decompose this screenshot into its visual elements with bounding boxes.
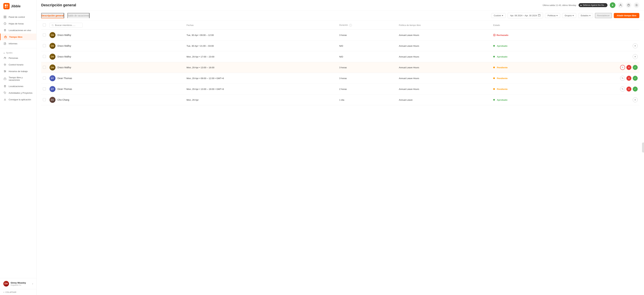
approve-button[interactable]: ✓ — [633, 86, 638, 92]
sidebar-item-hojas[interactable]: Hojas de horas — [0, 20, 36, 27]
sidebar-item-actividades[interactable]: Actividades y Proyectos — [0, 90, 36, 96]
select-all-checkbox[interactable] — [43, 24, 46, 26]
svg-point-20 — [620, 4, 621, 5]
approve-button[interactable]: ✓ — [633, 65, 638, 70]
row-checkbox[interactable] — [43, 87, 46, 90]
edit-button[interactable]: ✎ — [620, 86, 625, 92]
reject-button[interactable]: ✕ — [626, 76, 632, 81]
svg-point-15 — [5, 71, 6, 72]
reject-button[interactable]: ✕ — [626, 65, 632, 70]
policies-filter[interactable]: Políticas ▾ — [545, 13, 560, 18]
th-estado: Estado — [492, 21, 561, 30]
row-checkbox-cell — [41, 73, 48, 84]
control-icon — [3, 63, 7, 66]
svg-point-9 — [5, 30, 6, 30]
sidebar-item-tiempo-libre[interactable]: Tiempo libre — [0, 34, 36, 40]
last-exit-text: Última salida 11:43, último Monday — [543, 4, 576, 6]
row-member-cell: DM Draco Malfoy — [48, 30, 185, 40]
sidebar-item-tiempo-libre-label: Tiempo libre — [9, 36, 22, 38]
member-search-input[interactable] — [55, 24, 80, 26]
collapse-double-left-icon: « — [3, 291, 4, 293]
date-range-picker[interactable]: Apr. 08 2024 – Apr. 30 2024 — [508, 13, 543, 18]
table-row: CC Cho Chang Mon, 29 Apr 1 día Annual Le… — [41, 94, 639, 105]
row-duration: N/D — [338, 51, 397, 62]
row-duration: 3 horas — [338, 62, 397, 73]
close-button[interactable]: ✕ — [633, 54, 638, 59]
row-actions: ✎✕✓ — [561, 84, 639, 94]
add-time-button[interactable]: Añadir tiempo libre — [614, 13, 639, 18]
approve-button[interactable]: ✓ — [633, 76, 638, 81]
sidebar-item-localizaciones[interactable]: Localizaciones — [0, 83, 36, 90]
row-checkbox[interactable] — [43, 34, 46, 36]
svg-rect-5 — [5, 16, 6, 17]
user-info[interactable]: GW Ginny Weasley Hogwarts Co — [3, 281, 26, 286]
svg-rect-23 — [538, 14, 540, 16]
duracion-info-icon[interactable]: i — [349, 24, 352, 26]
reset-button[interactable]: Reestablecer — [595, 13, 612, 18]
svg-rect-7 — [5, 17, 6, 18]
row-policy: Annual Leave Hours — [397, 84, 492, 94]
calendar-icon — [538, 14, 540, 17]
sliders-icon — [3, 70, 7, 73]
row-status: Pendiente — [492, 62, 561, 73]
edit-button[interactable]: ✎ — [620, 76, 625, 81]
start-timer-button[interactable] — [610, 2, 616, 8]
groups-filter[interactable]: Grupos ▾ — [562, 13, 576, 18]
action-buttons: ✎✕✓ — [562, 76, 638, 81]
sidebar-item-control[interactable]: Control horario — [0, 61, 36, 68]
sidebar-item-horarios[interactable]: Horarios de trabajo — [0, 68, 36, 74]
sidebar-item-informes[interactable]: Informes — [0, 40, 36, 47]
profile-button[interactable] — [618, 2, 624, 8]
sidebar-item-personas[interactable]: Personas — [0, 55, 36, 61]
svg-rect-6 — [4, 17, 5, 18]
row-actions — [561, 30, 639, 40]
user-menu-chevron[interactable]: › — [32, 282, 33, 285]
policies-label: Políticas — [548, 14, 556, 17]
member-avatar: DM — [50, 54, 56, 60]
action-buttons: ✎✕✓ — [562, 86, 638, 92]
logo-text: Jibble — [11, 4, 20, 8]
tab-descripcion[interactable]: Descripción general — [41, 13, 64, 18]
table-row: DM Draco Malfoy Tue, 30 Apr • 09:00 – 12… — [41, 30, 639, 40]
close-button[interactable]: ✕ — [633, 43, 638, 48]
member-search-box[interactable] — [50, 23, 83, 28]
tab-saldo[interactable]: Saldo de vacaciones — [68, 13, 90, 18]
row-dates: Mon, 29 Apr • 09:00 – 12:00 • GMT+6 — [185, 73, 338, 84]
reject-button[interactable]: ✕ — [626, 86, 632, 92]
edit-button-highlighted[interactable]: ✎ — [620, 65, 625, 70]
row-dates: Mon, 29 Apr • 13:00 – 19:00 • GMT+6 — [185, 84, 338, 94]
header-right: Última salida 11:43, último Monday ▶ Def… — [543, 2, 639, 8]
custom-dropdown[interactable]: Custom ▾ — [491, 13, 506, 18]
sidebar-item-informes-label: Informes — [9, 42, 18, 45]
collapse-section[interactable]: « COLAPSAR — [0, 289, 36, 295]
member-avatar: DT — [50, 75, 56, 81]
th-checkbox — [41, 21, 48, 30]
location-live-icon — [3, 28, 7, 32]
row-actions: ✕ — [561, 94, 639, 105]
active-session-btn[interactable]: ▶ Defence Against the Da... — [578, 3, 608, 7]
row-dates: Mon, 29 Apr — [185, 94, 338, 105]
help-button[interactable] — [626, 2, 632, 8]
close-button[interactable]: ✕ — [633, 97, 638, 102]
sidebar-navigation: Panel de control Hojas de horas Localiza… — [0, 12, 36, 278]
sidebar-item-localizaciones-vivo[interactable]: Localizaciones en vivo — [0, 27, 36, 34]
states-filter[interactable]: Estados ▾ — [578, 13, 593, 18]
row-policy: Annual Leave Hours — [397, 30, 492, 40]
active-session-label: Defence Against the Da... — [583, 4, 606, 6]
policies-chevron-icon: ▾ — [556, 14, 558, 17]
row-checkbox[interactable] — [43, 66, 46, 69]
svg-point-11 — [4, 57, 5, 58]
status-badge: Aprobado — [493, 56, 559, 58]
settings-button[interactable] — [634, 2, 639, 8]
settings-section[interactable]: ▲ Ajustes — [0, 50, 36, 55]
sidebar-item-panel[interactable]: Panel de control — [0, 14, 36, 20]
user-org: Hogwarts Co — [11, 284, 26, 286]
row-checkbox[interactable] — [43, 98, 46, 101]
row-checkbox[interactable] — [43, 44, 46, 47]
svg-point-12 — [5, 57, 6, 58]
row-checkbox[interactable] — [43, 55, 46, 58]
sidebar-item-tiempo-libre-vac[interactable]: Tiempo libre y vacaciones — [0, 74, 36, 83]
row-checkbox[interactable] — [43, 76, 46, 80]
sidebar-item-app[interactable]: Consigue la aplicación — [0, 96, 36, 103]
sidebar-item-horarios-label: Horarios de trabajo — [9, 70, 28, 72]
